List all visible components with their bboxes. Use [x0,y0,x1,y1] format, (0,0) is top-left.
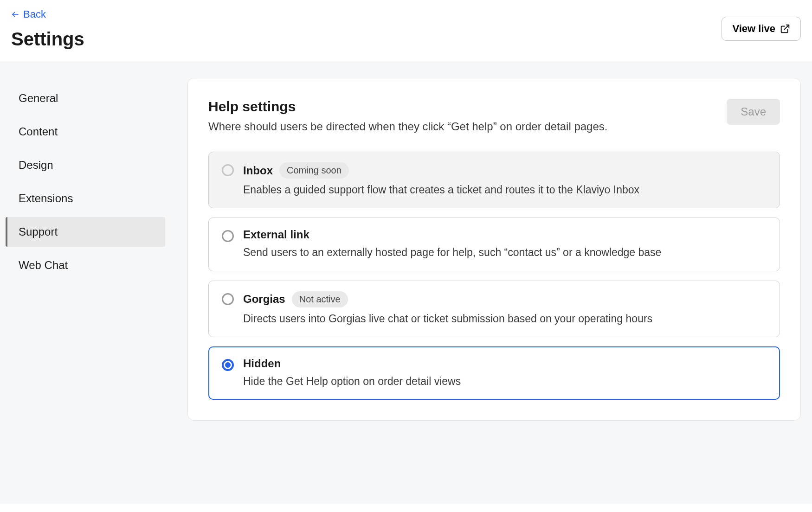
sidebar-item-label: Content [19,125,58,138]
section-title: Help settings [208,99,607,115]
save-button[interactable]: Save [727,99,780,125]
sidebar-item-support[interactable]: Support [6,217,165,247]
radio-hidden[interactable] [222,359,234,371]
view-live-button[interactable]: View live [722,17,801,41]
sidebar-item-web-chat[interactable]: Web Chat [6,250,165,280]
sidebar-item-extensions[interactable]: Extensions [6,184,165,213]
sidebar-item-label: Web Chat [19,259,68,271]
help-options: Inbox Coming soon Enables a guided suppo… [208,152,780,400]
option-body: Hidden Hide the Get Help option on order… [243,357,767,389]
back-label: Back [23,8,46,20]
option-body: External link Send users to an externall… [243,228,767,260]
back-link[interactable]: Back [11,8,46,20]
option-title: Gorgias [243,293,285,306]
body-area: General Content Design Extensions Suppor… [0,61,812,504]
badge-not-active: Not active [292,291,348,307]
external-link-icon [780,24,790,34]
view-live-label: View live [732,23,775,35]
option-title: Hidden [243,357,281,370]
option-hidden[interactable]: Hidden Hide the Get Help option on order… [208,346,780,400]
sidebar-item-design[interactable]: Design [6,150,165,180]
option-desc: Hide the Get Help option on order detail… [243,374,767,389]
option-title-row: Inbox Coming soon [243,162,767,179]
option-desc: Send users to an externally hosted page … [243,245,767,260]
option-title: External link [243,228,309,241]
option-body: Gorgias Not active Directs users into Go… [243,291,767,326]
card-header-text: Help settings Where should users be dire… [208,99,607,133]
option-desc: Enables a guided support flow that creat… [243,182,767,198]
badge-coming-soon: Coming soon [279,162,349,179]
card-header: Help settings Where should users be dire… [208,99,780,133]
header-left: Back Settings [11,8,722,50]
radio-gorgias[interactable] [222,293,234,305]
svg-line-1 [784,25,789,30]
option-inbox: Inbox Coming soon Enables a guided suppo… [208,152,780,208]
option-title: Inbox [243,164,273,177]
sidebar-item-label: Design [19,159,53,171]
radio-inbox [222,164,234,176]
radio-external-link[interactable] [222,230,234,242]
sidebar-item-general[interactable]: General [6,83,165,113]
sidebar-item-label: Extensions [19,192,73,205]
option-body: Inbox Coming soon Enables a guided suppo… [243,162,767,198]
option-desc: Directs users into Gorgias live chat or … [243,311,767,326]
sidebar-item-content[interactable]: Content [6,117,165,147]
option-title-row: External link [243,228,767,241]
arrow-left-icon [11,10,19,19]
sidebar-item-label: General [19,92,58,104]
option-title-row: Gorgias Not active [243,291,767,307]
page-title: Settings [11,29,722,50]
option-gorgias[interactable]: Gorgias Not active Directs users into Go… [208,281,780,337]
option-external-link[interactable]: External link Send users to an externall… [208,218,780,271]
sidebar-item-label: Support [19,225,58,238]
section-subtitle: Where should users be directed when they… [208,120,607,133]
main-content: Help settings Where should users be dire… [176,61,812,504]
help-settings-card: Help settings Where should users be dire… [187,78,801,421]
sidebar: General Content Design Extensions Suppor… [0,61,176,504]
option-title-row: Hidden [243,357,767,370]
page-header: Back Settings View live [0,0,812,61]
